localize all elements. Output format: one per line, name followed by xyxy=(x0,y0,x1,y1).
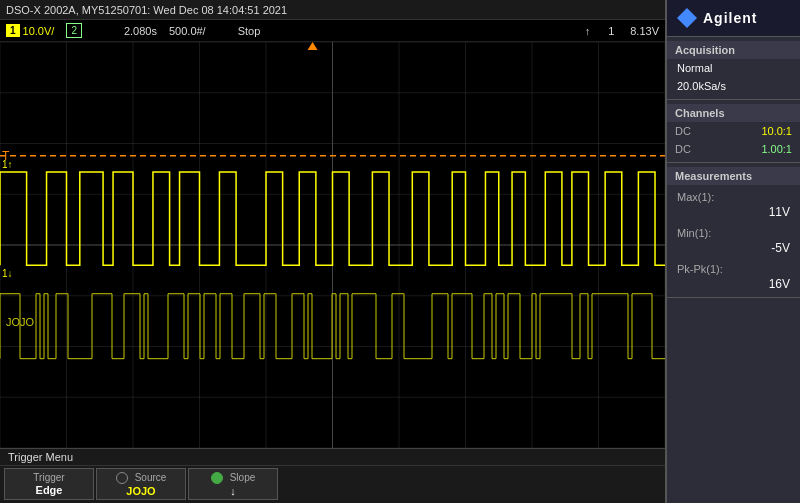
agilent-logo-icon xyxy=(677,8,697,28)
trigger-icon-top: ↑ xyxy=(585,25,591,37)
ch1-indicator: 1 10.0V/ xyxy=(6,24,54,37)
agilent-brand: Agilent xyxy=(703,10,757,26)
measurements-header: Measurements xyxy=(667,167,800,185)
agilent-header: Agilent xyxy=(667,0,800,37)
max-row: Max(1): 11V xyxy=(667,185,800,221)
min-row: Min(1): -5V xyxy=(667,221,800,257)
voltage-readout: 8.13V xyxy=(630,25,659,37)
min-label: Min(1): xyxy=(677,227,711,239)
pkpk-label: Pk-Pk(1): xyxy=(677,263,723,275)
source-label: Source xyxy=(135,472,167,483)
acquisition-rate-row: 20.0kSa/s xyxy=(667,77,800,95)
waveform-area xyxy=(0,42,665,448)
right-panel: Agilent Acquisition Normal 20.0kSa/s Cha… xyxy=(665,0,800,503)
ch2-indicator: 2 xyxy=(66,23,82,38)
time-div: 2.080s xyxy=(124,25,157,37)
trigger-type-label: Trigger xyxy=(33,472,64,483)
channels-header: Channels xyxy=(667,104,800,122)
trigger-slope-button[interactable]: Slope ↓ xyxy=(188,468,278,500)
slope-label: Slope xyxy=(230,472,256,483)
acquisition-rate: 20.0kSa/s xyxy=(677,80,726,92)
slope-icon xyxy=(211,472,223,484)
oscilloscope-grid xyxy=(0,42,665,448)
max-label: Max(1): xyxy=(677,191,714,203)
min-value: -5V xyxy=(677,241,790,255)
channel-bar: 1 10.0V/ 2 2.080s 500.0#/ Stop ↑ 1 8.13V xyxy=(0,20,665,42)
ch1-label: 1 xyxy=(6,24,20,37)
stop-badge: Stop xyxy=(238,25,261,37)
ch1-channel-value: 10.0:1 xyxy=(761,125,792,137)
max-value: 11V xyxy=(677,205,790,219)
status-bar: DSO-X 2002A, MY51250701: Wed Dec 08 14:0… xyxy=(0,0,665,20)
acquisition-mode: Normal xyxy=(677,62,712,74)
source-icon xyxy=(116,472,128,484)
trigger-source-button[interactable]: Source JOJO xyxy=(96,468,186,500)
ch1-coupling: DC xyxy=(675,125,691,137)
pkpk-row: Pk-Pk(1): 16V xyxy=(667,257,800,293)
sample-rate-display: 500.0#/ xyxy=(169,25,206,37)
acquisition-mode-row: Normal xyxy=(667,59,800,77)
ch2-label: 2 xyxy=(66,23,82,38)
trigger-type-value: Edge xyxy=(36,484,63,496)
ch2-row: DC 1.00:1 xyxy=(667,140,800,158)
acquisition-section: Acquisition Normal 20.0kSa/s xyxy=(667,37,800,100)
ch2-coupling: DC xyxy=(675,143,691,155)
pkpk-value: 16V xyxy=(677,277,790,291)
source-value: JOJO xyxy=(126,485,155,497)
scope-area: DSO-X 2002A, MY51250701: Wed Dec 08 14:0… xyxy=(0,0,665,503)
acquisition-header: Acquisition xyxy=(667,41,800,59)
trigger-type-button[interactable]: Trigger Edge xyxy=(4,468,94,500)
ch1-row: DC 10.0:1 xyxy=(667,122,800,140)
trigger-menu: Trigger Menu Trigger Edge Source JOJO xyxy=(0,448,665,503)
ch2-channel-value: 1.00:1 xyxy=(761,143,792,155)
slope-value: ↓ xyxy=(230,485,236,497)
ch1-num: 1 xyxy=(608,25,614,37)
device-info: DSO-X 2002A, MY51250701: Wed Dec 08 14:0… xyxy=(6,4,287,16)
measurements-section: Measurements Max(1): 11V Min(1): -5V Pk-… xyxy=(667,163,800,298)
trigger-buttons: Trigger Edge Source JOJO Slope ↓ xyxy=(0,466,665,502)
ch1-scale: 10.0V/ xyxy=(23,25,55,37)
trigger-menu-label: Trigger Menu xyxy=(0,449,665,466)
main-container: DSO-X 2002A, MY51250701: Wed Dec 08 14:0… xyxy=(0,0,800,503)
channels-section: Channels DC 10.0:1 DC 1.00:1 xyxy=(667,100,800,163)
